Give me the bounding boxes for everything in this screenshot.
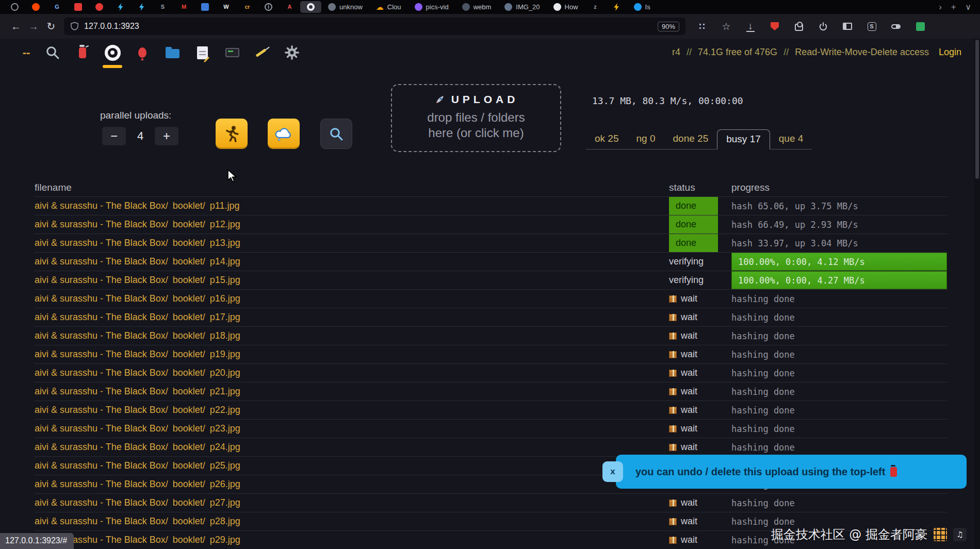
darkreader-icon[interactable]: S: [867, 21, 877, 31]
tab-wikipedia[interactable]: W: [216, 1, 237, 13]
tab-mail[interactable]: [194, 1, 216, 13]
tab-crates[interactable]: cr: [237, 1, 258, 13]
up2k-tab-button[interactable]: [101, 42, 124, 63]
file-dir-link[interactable]: booklet/: [173, 293, 205, 304]
file-dir-link[interactable]: booklet/: [173, 219, 205, 229]
mkdir-tab-button[interactable]: [161, 42, 184, 63]
file-path-link[interactable]: aivi & surasshu - The Black Box/: [35, 460, 168, 471]
tab-unknow[interactable]: unknow: [321, 1, 369, 13]
file-dir-link[interactable]: booklet/: [173, 497, 205, 508]
tab-twitter[interactable]: Is: [627, 1, 657, 13]
tab-overflow-chevron-icon[interactable]: ›: [935, 3, 946, 12]
tab-info[interactable]: i: [258, 1, 279, 13]
search-tab-button[interactable]: [41, 42, 64, 63]
file-dir-link[interactable]: booklet/: [173, 256, 205, 267]
file-dir-link[interactable]: booklet/: [173, 238, 205, 248]
console-tab-button[interactable]: [221, 42, 243, 63]
turbo-upload-button[interactable]: [216, 119, 248, 149]
sidebar-icon[interactable]: [842, 21, 853, 31]
tab-copyparty[interactable]: [300, 1, 321, 13]
file-name-link[interactable]: p15.jpg: [210, 275, 240, 285]
file-path-link[interactable]: aivi & surasshu - The Black Box/: [35, 312, 168, 322]
reload-button[interactable]: ↻: [42, 18, 60, 35]
shield-icon[interactable]: [70, 22, 79, 31]
collapse-button[interactable]: --: [19, 42, 34, 63]
tab-youtube[interactable]: [68, 1, 89, 13]
tab-bolt-2[interactable]: [131, 1, 152, 13]
file-path-link[interactable]: aivi & surasshu - The Black Box/: [35, 256, 168, 267]
tab-cloud[interactable]: ☁Clou: [369, 1, 408, 13]
file-dir-link[interactable]: booklet/: [173, 460, 205, 471]
file-dir-link[interactable]: booklet/: [173, 330, 205, 341]
file-name-link[interactable]: p13.jpg: [210, 238, 240, 248]
upload-status-tab[interactable]: done 25: [664, 129, 717, 149]
file-name-link[interactable]: p25.jpg: [210, 460, 240, 471]
forward-button[interactable]: →: [25, 18, 42, 35]
tab-red-site[interactable]: [89, 1, 110, 13]
extensions-puzzle-icon[interactable]: [794, 21, 804, 31]
pill-toggle-icon[interactable]: [891, 21, 901, 31]
list-all-tabs-icon[interactable]: ∨: [960, 2, 976, 12]
new-tab-button[interactable]: +: [946, 3, 960, 12]
file-dir-link[interactable]: booklet/: [173, 349, 205, 359]
page-scrollbar[interactable]: [974, 39, 980, 549]
url-bar[interactable]: 127.0.0.1:3923 90%: [64, 18, 685, 35]
downloads-icon[interactable]: ↓: [745, 21, 756, 31]
file-path-link[interactable]: aivi & surasshu - The Black Box/: [35, 219, 168, 229]
tab-zzz[interactable]: z: [585, 1, 606, 13]
tab-app[interactable]: [4, 1, 25, 13]
file-path-link[interactable]: aivi & surasshu - The Black Box/: [35, 238, 168, 248]
unpost-tab-button[interactable]: [71, 42, 94, 63]
tab-img[interactable]: IMG_20: [498, 1, 546, 13]
file-name-link[interactable]: p26.jpg: [210, 479, 240, 489]
tab-webm[interactable]: webm: [455, 1, 498, 13]
basic-upload-tab-button[interactable]: [131, 42, 154, 63]
decrease-parallel-button[interactable]: −: [102, 127, 126, 145]
file-path-link[interactable]: aivi & surasshu - The Black Box/: [35, 386, 168, 396]
settings-tab-button[interactable]: [281, 42, 303, 63]
tab-github[interactable]: How: [547, 1, 585, 13]
tab-pics-vid[interactable]: pics-vid: [408, 1, 455, 13]
file-name-link[interactable]: p17.jpg: [210, 312, 240, 322]
file-path-link[interactable]: aivi & surasshu - The Black Box/: [35, 330, 168, 341]
ublock-icon[interactable]: [770, 21, 780, 31]
tab-reddit[interactable]: [25, 1, 46, 13]
tab-a-site[interactable]: A: [279, 1, 300, 13]
file-path-link[interactable]: aivi & surasshu - The Black Box/: [35, 516, 168, 526]
file-path-link[interactable]: aivi & surasshu - The Black Box/: [35, 201, 168, 211]
file-dir-link[interactable]: booklet/: [173, 516, 205, 526]
file-path-link[interactable]: aivi & surasshu - The Black Box/: [35, 497, 168, 508]
file-name-link[interactable]: p11.jpg: [210, 201, 240, 211]
file-name-link[interactable]: p28.jpg: [210, 516, 240, 526]
file-name-link[interactable]: p14.jpg: [210, 256, 240, 267]
toast-close-button[interactable]: x: [602, 461, 623, 482]
upload-status-tab[interactable]: ng 0: [628, 129, 664, 149]
file-name-link[interactable]: p20.jpg: [210, 368, 240, 378]
file-dir-link[interactable]: booklet/: [173, 535, 205, 545]
file-dir-link[interactable]: booklet/: [173, 386, 205, 396]
file-name-link[interactable]: p18.jpg: [210, 330, 240, 341]
tab-gmail[interactable]: M: [173, 1, 194, 13]
increase-parallel-button[interactable]: +: [155, 127, 178, 145]
file-dir-link[interactable]: booklet/: [173, 275, 205, 285]
login-link[interactable]: Login: [939, 47, 961, 57]
file-name-link[interactable]: p29.jpg: [210, 535, 240, 545]
file-name-link[interactable]: p16.jpg: [210, 293, 240, 304]
grid-icon[interactable]: [697, 21, 707, 31]
file-name-link[interactable]: p21.jpg: [210, 386, 240, 396]
tab-bolt-1[interactable]: [110, 1, 131, 13]
screenshot-tool-icon[interactable]: [915, 21, 925, 31]
upload-dropzone[interactable]: UPLOAD drop files / folders here (or cli…: [391, 84, 561, 152]
file-name-link[interactable]: p22.jpg: [210, 405, 240, 415]
upload-status-tab[interactable]: que 4: [770, 129, 812, 149]
upload-status-tab[interactable]: ok 25: [586, 129, 628, 149]
tab-google[interactable]: G: [46, 1, 68, 13]
new-doc-tab-button[interactable]: [191, 42, 214, 63]
upload-status-tab[interactable]: busy 17: [717, 129, 770, 149]
back-button[interactable]: ←: [7, 18, 25, 35]
file-path-link[interactable]: aivi & surasshu - The Black Box/: [35, 349, 168, 359]
scrollbar-thumb[interactable]: [975, 40, 979, 179]
search-uploads-button[interactable]: [320, 119, 352, 149]
file-name-link[interactable]: p24.jpg: [210, 442, 240, 452]
file-path-link[interactable]: aivi & surasshu - The Black Box/: [35, 275, 168, 285]
